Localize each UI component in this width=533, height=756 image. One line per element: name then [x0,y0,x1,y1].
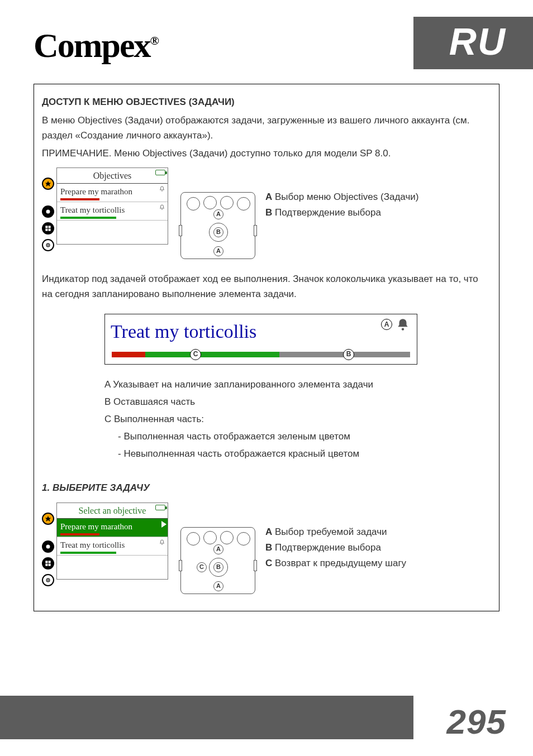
legend-key: A [265,527,272,537]
intro-paragraph-1: В меню Objectives (Задачи) отображаются … [42,113,491,143]
label-b-circle: B [213,227,223,237]
label-a-circle: A [213,544,223,554]
arrow-right-icon [161,521,166,528]
svg-point-12 [46,544,50,548]
label-a-circle: A [213,246,223,256]
legend-line: A Выбор требуемой задачи [265,524,406,539]
side-button-left-icon [179,560,182,571]
label-c-circle: C [197,562,207,572]
legend-sub-line: - Выполненная часть отображается зеленым… [118,429,491,444]
side-icons [42,178,54,251]
screen-title-text: Select an objective [79,506,146,515]
legend-sub-line: - Невыполненная часть отображается красн… [118,446,491,461]
legend-text: Возврат к предыдущему шагу [275,558,406,568]
screen-inner: Select an objective Prepare my marathon … [56,503,168,580]
knob-icon [187,197,200,210]
progress-bar-green [60,552,116,554]
grid-icon [42,557,54,570]
svg-rect-3 [49,226,51,228]
progress-bar-green [60,217,116,219]
legend-line: B Подтверждение выбора [265,540,406,555]
legend-text: Выполненная часть: [114,414,204,424]
mid-paragraph: Индикатор под задачей отображает ход ее … [42,271,491,302]
bell-icon [159,539,165,546]
wide-figure-title: Treat my torticollis [111,317,417,347]
star-icon [42,178,54,190]
side-icons [42,513,54,586]
screen-inner: Objectives Prepare my marathon Treat my … [56,168,168,245]
gear-icon [42,574,54,586]
control-diagram: A B A [180,192,255,259]
side-button-left-icon [179,225,182,236]
progress-bar: C B [112,352,410,357]
step-heading: 1. ВЫБЕРИТЕ ЗАДАЧУ [42,480,491,495]
side-button-right-icon [254,225,257,236]
label-b-circle: B [343,349,354,360]
svg-rect-4 [45,228,47,231]
intro-paragraph-2: ПРИМЕЧАНИЕ. Меню Objectives (Задачи) дос… [42,146,491,161]
side-button-right-icon [254,560,257,571]
brand-text: Compex [34,26,150,64]
svg-point-19 [161,544,163,545]
svg-point-10 [402,328,404,331]
list-item: Treat my torticollis [57,537,168,556]
legend-line: C Возврат к предыдущему шагу [265,556,406,571]
disc-icon [42,540,54,553]
legend-text: Указывает на наличие запланированного эл… [113,379,373,390]
list-item-label: Prepare my marathon [60,522,132,531]
figure-row-2: Select an objective Prepare my marathon … [42,503,491,594]
legend-key: B [265,542,272,553]
bell-icon [396,318,410,332]
legend-key: B [104,396,111,407]
language-badge: RU [449,20,506,63]
label-b-circle: B [213,562,223,572]
legend-text: Подтверждение выбора [275,207,381,218]
legend-key: B [265,207,272,218]
knob-icon [237,532,250,546]
star-icon [42,513,54,525]
wide-legend: A Указывает на наличие запланированного … [104,377,491,462]
device-screen-objectives: Objectives Prepare my marathon Treat my … [42,168,170,245]
content-box: ДОСТУП К МЕНЮ OBJECTIVES (ЗАДАЧИ) В меню… [34,84,499,611]
screen-title: Select an objective [57,503,168,519]
list-item-selected: Prepare my marathon [57,519,168,537]
knob-icon [220,531,234,544]
svg-point-9 [161,209,163,210]
legend-line: A Указывает на наличие запланированного … [104,377,491,392]
label-c-circle: C [190,349,201,360]
svg-marker-11 [45,516,51,521]
list-item: Prepare my marathon [57,184,168,202]
knob-icon [203,196,217,209]
battery-icon [155,170,165,175]
gear-icon [42,239,54,251]
legend-text: Выбор меню Objectives (Задачи) [275,192,418,202]
legend-1: A Выбор меню Objectives (Задачи) B Подтв… [265,189,418,221]
page-number: 295 [447,702,506,741]
wide-progress-figure: Treat my torticollis A C B [104,314,417,364]
figure-row-1: Objectives Prepare my marathon Treat my … [42,168,491,259]
svg-rect-15 [45,563,47,566]
label-a-circle: A [381,319,392,330]
grid-icon [42,222,54,235]
legend-key: A [265,192,272,202]
label-a-circle: A [213,209,223,219]
legend-line: B Оставшаяся часть [104,394,491,409]
screen-title-text: Objectives [93,171,131,180]
svg-point-1 [46,209,50,213]
legend-text: Подтверждение выбора [275,542,381,553]
label-a-circle: A [213,581,223,591]
legend-line: A Выбор меню Objectives (Задачи) [265,189,418,204]
disc-icon [42,205,54,218]
svg-rect-13 [45,561,47,563]
legend-line: B Подтверждение выбора [265,205,418,220]
list-item-label: Prepare my marathon [60,187,132,196]
bell-icon [159,186,165,193]
knob-icon [203,531,217,544]
legend-key: C [104,414,111,424]
brand-logo: Compex® [34,26,158,65]
svg-rect-2 [45,226,47,228]
progress-red-segment [112,352,145,357]
list-item: Treat my torticollis [57,202,168,221]
legend-text: Оставшаяся часть [113,396,195,407]
legend-line: C Выполненная часть: [104,412,491,427]
